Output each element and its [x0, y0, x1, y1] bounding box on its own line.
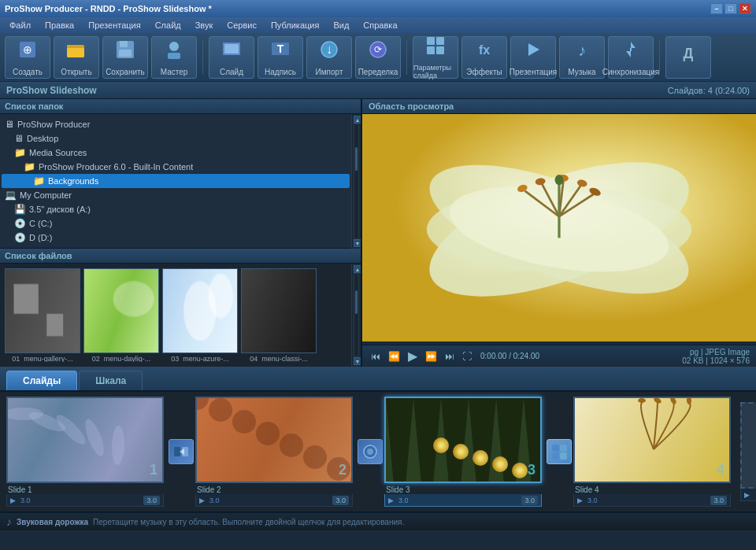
file-scroll-up[interactable]: ▲ — [354, 265, 361, 273]
transition-2-3-wrapper — [358, 439, 383, 464]
menu-slide[interactable]: Слайд — [149, 19, 187, 31]
slide-thumb-1[interactable]: 1 — [6, 397, 164, 483]
import-button[interactable]: ↓ Импорт — [306, 36, 352, 79]
folder-item-media-sources[interactable]: 📁 Media Sources — [2, 146, 350, 160]
effects-button[interactable]: fx Эффекты — [461, 36, 507, 79]
master-button[interactable]: Мастер — [151, 36, 197, 79]
file-thumb-azure[interactable]: 03_menu-azure-... — [162, 268, 238, 362]
minimize-button[interactable]: – — [710, 3, 723, 14]
toolbar: ⊕ Создать Открыть Сохранить Мастер Слайд… — [0, 33, 756, 82]
file-thumb-classic[interactable]: 04_menu-classi-... — [241, 268, 317, 362]
menu-help[interactable]: Справка — [357, 19, 403, 31]
disk-c-icon: 💿 — [14, 218, 26, 229]
audio-bar-hint: Перетащите музыку в эту область. Выполни… — [93, 518, 404, 526]
slide-thumb-3[interactable]: 3 — [384, 397, 542, 483]
slide-button[interactable]: Слайд — [209, 36, 254, 79]
menu-view[interactable]: Вид — [327, 19, 355, 31]
prev-frame-button[interactable]: ⏪ — [386, 349, 402, 364]
file-scroll-down[interactable]: ▼ — [354, 357, 361, 365]
tab-timeline[interactable]: Шкала — [79, 371, 143, 390]
slide-wrapper-1: 1 Slide 1 ▶ 3.0 3.0 — [6, 397, 167, 507]
file-scrollbar-track[interactable] — [354, 273, 359, 357]
right-panel: Область просмотра — [362, 99, 756, 367]
thumb-canvas-daylight — [83, 268, 159, 353]
slide-label-1: Slide 1 — [6, 485, 164, 494]
save-button[interactable]: Сохранить — [102, 36, 148, 79]
folder-item-a[interactable]: 💾 3.5" дисков (A:) — [2, 202, 350, 216]
scroll-up-button[interactable]: ▲ — [354, 116, 361, 124]
menu-file[interactable]: Файл — [3, 19, 37, 31]
extra-button[interactable]: Д — [665, 36, 711, 79]
slide-duration-label-2: 3.0 — [209, 496, 220, 504]
preview-image — [362, 114, 756, 345]
folder-item-d[interactable]: 💿 D (D:) — [2, 231, 350, 245]
new-slide-button[interactable]: AB Slides Перетащите сю фотографию ил — [740, 402, 756, 489]
slide-params-button[interactable]: Параметры слайда — [413, 36, 458, 79]
svg-text:fx: fx — [479, 43, 490, 57]
fast-forward-button[interactable]: ⏭ — [443, 349, 457, 364]
folder-item-backgrounds[interactable]: 📁 Backgrounds — [2, 174, 350, 188]
slide-duration-badge-1: 3.0 — [143, 496, 160, 505]
folder-item-proshow[interactable]: 🖥 ProShow Producer — [2, 117, 350, 131]
convert-button[interactable]: ⟳ Переделка — [355, 36, 401, 79]
play-button[interactable]: ▶ — [406, 347, 420, 365]
preview-info-line1: pg | JPEG Image — [682, 348, 750, 356]
slide-thumb-2[interactable]: 2 — [195, 397, 353, 483]
slide-canvas-2 — [197, 398, 353, 483]
slide-play-2[interactable]: ▶ — [199, 496, 205, 504]
menu-edit[interactable]: Правка — [39, 19, 80, 31]
folder-item-builtin[interactable]: 📁 ProShow Producer 6.0 - Built-In Conten… — [2, 160, 350, 174]
scrollbar-thumb[interactable] — [355, 147, 358, 171]
menubar: Файл Правка Презентация Слайд Звук Серви… — [0, 17, 756, 33]
music-button[interactable]: ♪ Музыка — [559, 36, 605, 79]
folder-item-desktop[interactable]: 🖥 Desktop — [2, 131, 350, 146]
info-bar: ProShow Slideshow Слайдов: 4 (0:24.00) — [0, 82, 756, 99]
file-thumb-gallery[interactable]: 01_menu-gallery-... — [5, 268, 80, 362]
slide-item-3: 3 Slide 3 ▶ 3.0 3.0 — [384, 397, 542, 507]
svg-rect-18 — [427, 37, 435, 45]
tab-slides[interactable]: Слайды — [6, 371, 77, 390]
fullscreen-button[interactable]: ⛶ — [460, 349, 474, 364]
slide-play-4[interactable]: ▶ — [577, 496, 583, 504]
create-button[interactable]: ⊕ Создать — [5, 36, 50, 79]
slide-icon — [220, 39, 243, 65]
floppy-icon: 💾 — [14, 204, 26, 215]
file-thumbnails[interactable]: 01_menu-gallery-... 02_menu-daylig-... 0… — [0, 264, 351, 367]
file-scrollbar[interactable]: ▲ ▼ — [351, 264, 361, 367]
create-label: Создать — [13, 68, 43, 76]
close-button[interactable]: ✕ — [739, 3, 751, 14]
slide-item-2: 2 Slide 2 ▶ 3.0 3.0 — [195, 397, 353, 507]
preview-progress[interactable] — [362, 341, 756, 345]
transition-1-2[interactable] — [169, 439, 194, 464]
slide-play-1[interactable]: ▶ — [10, 496, 16, 504]
slide-thumb-4[interactable]: 4 — [573, 397, 731, 483]
menu-publish[interactable]: Публикация — [265, 19, 325, 31]
next-frame-button[interactable]: ⏩ — [423, 349, 439, 364]
scrollbar-track[interactable] — [354, 124, 359, 239]
titlebar-controls: – □ ✕ — [710, 3, 751, 14]
menu-sound[interactable]: Звук — [189, 19, 220, 31]
folder-item-mycomputer[interactable]: 💻 My Computer — [2, 188, 350, 202]
folder-scrollbar[interactable]: ▲ ▼ — [351, 114, 361, 249]
svg-rect-9 — [168, 53, 180, 59]
folder-item-c[interactable]: 💿 C (C:) — [2, 216, 350, 231]
svg-rect-19 — [436, 37, 444, 45]
menu-service[interactable]: Сервис — [220, 19, 263, 31]
menu-presentation[interactable]: Презентация — [82, 19, 146, 31]
folder-list[interactable]: 🖥 ProShow Producer 🖥 Desktop 📁 Media Sou… — [0, 114, 351, 249]
file-scrollbar-thumb[interactable] — [355, 290, 358, 314]
slide-item-4: 4 Slide 4 ▶ 3.0 3.0 — [573, 397, 731, 507]
maximize-button[interactable]: □ — [724, 3, 737, 14]
presentation-button[interactable]: Презентация — [510, 36, 556, 79]
transition-3-4[interactable] — [547, 439, 572, 464]
scroll-down-button[interactable]: ▼ — [354, 239, 361, 247]
caption-button[interactable]: T Надпись — [258, 36, 303, 79]
file-thumb-daylight[interactable]: 02_menu-daylig-... — [83, 268, 159, 362]
open-button[interactable]: Открыть — [54, 36, 99, 79]
transition-2-3[interactable] — [358, 439, 383, 464]
rewind-button[interactable]: ⏮ — [369, 349, 383, 364]
slide-play-3[interactable]: ▶ — [388, 496, 394, 504]
desktop-icon: 🖥 — [14, 133, 24, 144]
sync-button[interactable]: Синхронизация — [608, 36, 654, 79]
new-slide-play[interactable]: ▶ — [744, 491, 750, 499]
